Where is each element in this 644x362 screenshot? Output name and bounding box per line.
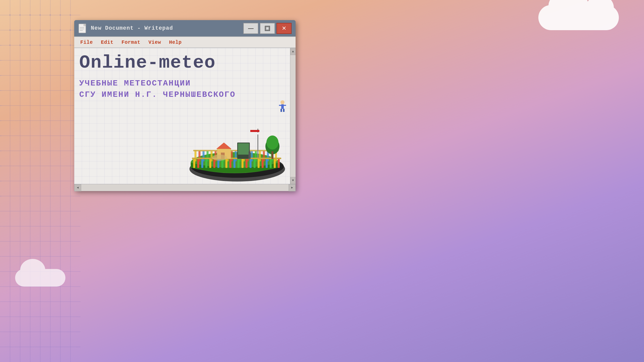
svg-text:×: ×	[59, 44, 61, 47]
svg-text:←: ←	[0, 43, 2, 47]
svg-rect-96	[201, 158, 203, 168]
window-title: New Document - Writepad	[91, 25, 243, 31]
title-bar: New Document - Writepad — ✕	[74, 20, 296, 36]
svg-rect-106	[242, 158, 244, 168]
svg-rect-133	[280, 109, 282, 112]
svg-rect-129	[271, 151, 273, 159]
svg-text:×: ×	[69, 44, 71, 47]
scroll-right-arrow[interactable]: ►	[289, 184, 296, 191]
svg-text:×: ×	[19, 29, 21, 32]
document-icon	[78, 23, 87, 33]
svg-marker-119	[216, 143, 231, 149]
menu-file[interactable]: File	[77, 38, 96, 46]
svg-text:×: ×	[59, 14, 61, 17]
svg-rect-108	[250, 158, 252, 168]
svg-text:×: ×	[39, 14, 41, 17]
svg-text:←: ←	[0, 73, 2, 77]
scroll-up-arrow[interactable]: ▲	[290, 48, 296, 55]
subtitle-line1: УЧЕБНЫЕ МЕТЕОСТАНЦИИ	[79, 78, 285, 89]
scroll-left-arrow[interactable]: ◄	[74, 184, 81, 191]
svg-text:×: ×	[39, 44, 41, 47]
svg-rect-111	[262, 158, 264, 168]
svg-rect-95	[197, 158, 199, 168]
cloud-2	[15, 269, 65, 287]
menu-view[interactable]: View	[145, 38, 164, 46]
minimize-button[interactable]: —	[243, 23, 258, 34]
svg-rect-109	[254, 158, 256, 168]
svg-text:←: ←	[0, 179, 2, 183]
svg-text:×: ×	[49, 29, 51, 32]
svg-rect-135	[279, 105, 281, 106]
svg-rect-105	[237, 158, 239, 168]
weather-station-scene	[184, 88, 290, 184]
svg-rect-117	[192, 158, 281, 159]
maximize-button[interactable]	[260, 23, 275, 34]
svg-text:×: ×	[39, 29, 41, 32]
scroll-track-v[interactable]	[290, 55, 296, 177]
svg-rect-132	[281, 104, 284, 109]
svg-rect-136	[284, 105, 286, 106]
svg-text:×: ×	[9, 29, 11, 32]
svg-point-131	[280, 100, 285, 104]
svg-rect-113	[270, 158, 272, 168]
scene-svg	[184, 88, 290, 184]
svg-text:←: ←	[0, 164, 2, 168]
svg-point-130	[212, 155, 227, 161]
svg-text:←: ←	[0, 88, 2, 93]
svg-rect-103	[229, 158, 231, 168]
content-wrapper: Online-meteo УЧЕБНЫЕ МЕТЕОСТАНЦИИ СГУ ИМ…	[74, 48, 296, 184]
grid-overlay: × × × × × × × × × × × × × × × × × × × × …	[0, 0, 80, 362]
svg-text:←: ←	[0, 134, 2, 138]
svg-text:←: ←	[0, 104, 2, 108]
svg-text:←: ←	[0, 58, 2, 62]
svg-rect-115	[278, 158, 280, 168]
svg-rect-94	[193, 158, 195, 168]
svg-text:×: ×	[9, 14, 11, 17]
svg-text:×: ×	[29, 29, 31, 32]
svg-rect-116	[193, 150, 279, 151]
svg-text:←: ←	[0, 119, 2, 123]
svg-rect-123	[249, 151, 251, 159]
horizontal-scrollbar[interactable]: ◄ ►	[74, 184, 296, 191]
svg-rect-125	[250, 130, 259, 132]
svg-point-128	[266, 135, 278, 150]
menu-format[interactable]: Format	[118, 38, 143, 46]
svg-text:×: ×	[49, 14, 51, 17]
svg-rect-97	[205, 158, 207, 168]
main-heading: Online-meteo	[79, 53, 285, 73]
close-button[interactable]: ✕	[276, 23, 292, 34]
svg-text:×: ×	[9, 44, 11, 47]
svg-rect-69	[266, 27, 269, 30]
vertical-scrollbar[interactable]: ▲ ▼	[290, 48, 296, 184]
window-controls: — ✕	[243, 23, 292, 34]
cloud-1	[538, 5, 619, 30]
svg-text:×: ×	[29, 14, 31, 17]
svg-rect-122	[238, 143, 249, 155]
scroll-track-h[interactable]	[81, 184, 289, 191]
svg-text:×: ×	[29, 44, 31, 47]
svg-text:←: ←	[0, 149, 2, 153]
svg-rect-134	[283, 109, 285, 112]
svg-text:×: ×	[69, 14, 71, 17]
svg-rect-112	[266, 158, 268, 168]
svg-rect-102	[225, 158, 227, 168]
svg-text:×: ×	[19, 44, 21, 47]
content-area[interactable]: Online-meteo УЧЕБНЫЕ МЕТЕОСТАНЦИИ СГУ ИМ…	[74, 48, 290, 184]
svg-text:×: ×	[59, 29, 61, 32]
svg-rect-110	[258, 158, 260, 168]
menu-help[interactable]: Help	[166, 38, 185, 46]
svg-text:×: ×	[69, 29, 71, 32]
menu-bar: File Edit Format View Help	[74, 36, 296, 48]
svg-rect-114	[274, 158, 276, 168]
svg-text:×: ×	[19, 14, 21, 17]
svg-rect-126	[250, 132, 259, 134]
scroll-down-arrow[interactable]: ▼	[290, 177, 296, 184]
writepad-window: New Document - Writepad — ✕ File Edit Fo…	[74, 20, 296, 191]
svg-text:←: ←	[0, 194, 2, 198]
svg-rect-104	[233, 158, 235, 168]
svg-text:×: ×	[49, 44, 51, 47]
svg-rect-98	[209, 158, 211, 168]
menu-edit[interactable]: Edit	[98, 38, 116, 46]
svg-rect-107	[246, 158, 248, 168]
